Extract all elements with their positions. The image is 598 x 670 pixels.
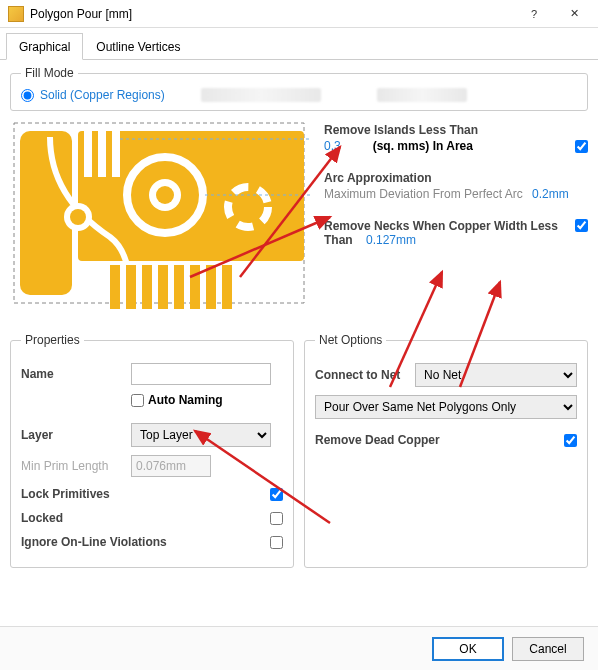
layer-label: Layer (21, 428, 131, 442)
fill-mode-legend: Fill Mode (21, 66, 78, 80)
solid-radio[interactable] (21, 89, 34, 102)
locked-checkbox[interactable] (270, 512, 283, 525)
name-input[interactable] (131, 363, 271, 385)
tab-graphical[interactable]: Graphical (6, 33, 83, 60)
min-prim-input (131, 455, 211, 477)
remove-necks-title: Remove Necks When Copper Width Less Than (324, 219, 558, 247)
svg-rect-16 (174, 265, 184, 309)
ignore-violations-checkbox[interactable] (270, 536, 283, 549)
min-prim-label: Min Prim Length (21, 459, 131, 473)
layer-select[interactable]: Top Layer (131, 423, 271, 447)
properties-legend: Properties (21, 333, 84, 347)
lock-primitives-checkbox[interactable] (270, 488, 283, 501)
connect-to-net-label: Connect to Net (315, 368, 415, 382)
arc-approx-value[interactable]: 0.2mm (532, 187, 569, 201)
svg-rect-13 (126, 265, 136, 309)
blurred-option (201, 88, 321, 102)
svg-rect-12 (110, 265, 120, 309)
net-options-group: Net Options Connect to Net No Net Pour O… (304, 333, 588, 568)
polygon-preview (10, 117, 310, 327)
svg-rect-5 (112, 127, 120, 177)
app-icon (8, 6, 24, 22)
remove-dead-copper-checkbox[interactable] (564, 434, 577, 447)
auto-naming-checkbox[interactable] (131, 394, 144, 407)
help-button[interactable]: ? (514, 2, 554, 26)
arc-approx-title: Arc Approximation (324, 171, 588, 185)
remove-islands-unit: (sq. mms) In Area (373, 139, 473, 153)
remove-necks-value[interactable]: 0.127mm (366, 233, 416, 247)
remove-islands-title: Remove Islands Less Than (324, 123, 588, 137)
svg-rect-15 (158, 265, 168, 309)
auto-naming-label: Auto Naming (148, 393, 223, 407)
svg-rect-17 (190, 265, 200, 309)
svg-rect-1 (20, 131, 72, 295)
remove-islands-value[interactable]: 0.3 (324, 139, 341, 153)
ok-button[interactable]: OK (432, 637, 504, 661)
properties-group: Properties Name Auto Naming Layer Top La… (10, 333, 294, 568)
pour-mode-select[interactable]: Pour Over Same Net Polygons Only (315, 395, 577, 419)
net-options-legend: Net Options (315, 333, 386, 347)
svg-rect-4 (98, 127, 106, 177)
svg-rect-14 (142, 265, 152, 309)
lock-primitives-label: Lock Primitives (21, 487, 270, 501)
blurred-option (377, 88, 467, 102)
svg-rect-18 (206, 265, 216, 309)
solid-radio-label: Solid (Copper Regions) (40, 88, 165, 102)
svg-point-10 (156, 186, 174, 204)
cancel-button[interactable]: Cancel (512, 637, 584, 661)
tab-outline-vertices[interactable]: Outline Vertices (83, 33, 193, 60)
svg-rect-3 (84, 127, 92, 177)
svg-point-7 (70, 209, 86, 225)
remove-necks-checkbox[interactable] (575, 219, 588, 232)
name-label: Name (21, 367, 131, 381)
locked-label: Locked (21, 511, 270, 525)
connect-to-net-select[interactable]: No Net (415, 363, 577, 387)
window-title: Polygon Pour [mm] (30, 7, 514, 21)
arc-approx-sub: Maximum Deviation From Perfect Arc (324, 187, 523, 201)
remove-dead-copper-label: Remove Dead Copper (315, 433, 564, 447)
fill-mode-group: Fill Mode Solid (Copper Regions) (10, 66, 588, 111)
ignore-violations-label: Ignore On-Line Violations (21, 535, 270, 549)
svg-rect-19 (222, 265, 232, 309)
close-button[interactable]: ✕ (554, 2, 594, 26)
remove-islands-checkbox[interactable] (575, 140, 588, 153)
